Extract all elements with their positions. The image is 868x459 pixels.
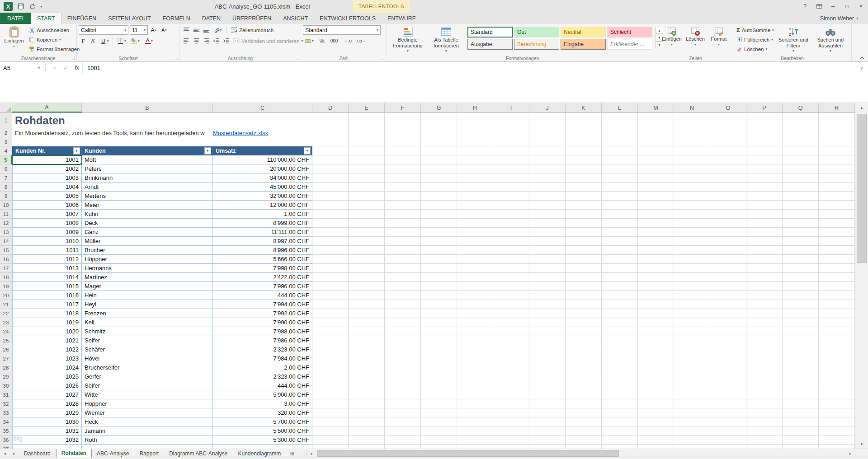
close-button[interactable]: × (854, 0, 868, 13)
copy-button[interactable]: Kopieren ▾ (28, 35, 81, 44)
align-top-button[interactable] (182, 25, 191, 35)
underline-button[interactable]: U▾ (99, 36, 110, 46)
cell-C22[interactable]: 7'992.00 CHF (213, 309, 312, 318)
merge-center-button[interactable]: Verbinden und zentrieren ▾ (231, 36, 304, 46)
cell-A21[interactable]: 1017 (12, 300, 82, 309)
cell-C33[interactable]: 320.00 CHF (213, 408, 312, 417)
filter-dropdown-icon[interactable]: ▾ (204, 147, 211, 154)
cell-B20[interactable]: Hein (82, 291, 213, 300)
column-header-D[interactable]: D (312, 103, 349, 112)
row-header-11[interactable]: 11 (0, 210, 12, 219)
cell-C29[interactable]: 2'323.00 CHF (213, 372, 312, 381)
empty-cells[interactable] (312, 173, 855, 183)
cell-B37[interactable] (82, 445, 213, 449)
column-header-L[interactable]: L (602, 103, 638, 112)
cell-B7[interactable]: Brinkmann (82, 173, 213, 183)
formula-bar-grip[interactable] (45, 64, 47, 71)
column-header-I[interactable]: I (493, 103, 529, 112)
row-header-2[interactable]: 2 (0, 128, 12, 137)
column-header-E[interactable]: E (349, 103, 385, 112)
row-header-14[interactable]: 14 (0, 237, 12, 246)
cell-A30[interactable]: 1026 (12, 381, 82, 390)
cell-A25[interactable]: 1021 (12, 336, 82, 345)
cell-C25[interactable]: 7'986.00 CHF (213, 336, 312, 345)
column-header-J[interactable]: J (529, 103, 566, 112)
cell-B28[interactable]: Brucherseifer (82, 363, 213, 372)
cell-C27[interactable]: 7'984.00 CHF (213, 354, 312, 363)
formula-input[interactable]: 1001 (83, 62, 855, 74)
cell-C18[interactable]: 2'422.00 CHF (213, 273, 312, 282)
cell-C26[interactable]: 2'323.00 CHF (213, 345, 312, 354)
cell-A6[interactable]: 1002 (12, 164, 82, 173)
cell-B29[interactable]: Gerfer (82, 372, 213, 381)
row-header-26[interactable]: 26 (0, 345, 12, 354)
cell-B22[interactable]: Frenzen (82, 309, 213, 318)
italic-button[interactable]: K (89, 36, 98, 46)
row-header-1[interactable]: 1 (0, 113, 12, 128)
align-right-button[interactable] (202, 36, 211, 46)
empty-cells[interactable] (312, 381, 855, 390)
cell-C15[interactable]: 8'996.00 CHF (213, 246, 312, 255)
cell-A24[interactable]: 1020 (12, 327, 82, 336)
autosum-button[interactable]: Σ AutoSumme ▾ (735, 25, 775, 35)
remove-decimal-button[interactable]: .00→ (355, 36, 367, 46)
cell-style-neutral[interactable]: Neutral (561, 27, 606, 37)
empty-cells[interactable] (312, 219, 855, 228)
row-header-29[interactable]: 29 (0, 372, 12, 381)
empty-cells[interactable] (312, 345, 855, 354)
ribbon-tab-formeln[interactable]: FORMELN (157, 13, 196, 24)
empty-cells[interactable] (312, 417, 855, 426)
row-header-31[interactable]: 31 (0, 390, 12, 399)
cell-A23[interactable]: 1019 (12, 318, 82, 327)
cell-A5[interactable]: 1001 (12, 155, 82, 164)
row-header-3[interactable]: 3 (0, 137, 12, 146)
increase-indent-button[interactable] (222, 36, 231, 46)
cell-A32[interactable]: 1028 (12, 399, 82, 408)
cell-B13[interactable]: Ganz (82, 228, 213, 237)
table-header-C4[interactable]: Umsatz▾ (213, 146, 312, 155)
cell-B34[interactable]: Heck (82, 417, 213, 426)
excel-icon[interactable]: X (4, 2, 13, 11)
row-header-10[interactable]: 10 (0, 201, 12, 210)
ribbon-display-options-icon[interactable] (812, 0, 826, 13)
column-header-K[interactable]: K (566, 103, 602, 112)
ribbon-tab-ansicht[interactable]: ANSICHT (277, 13, 314, 24)
empty-cells[interactable] (312, 137, 855, 146)
sheet-nav-right-icon[interactable]: ▸ (9, 449, 19, 458)
align-center-button[interactable] (192, 36, 201, 46)
cell-style-schlecht[interactable]: Schlecht (607, 27, 652, 37)
cell-B12[interactable]: Deck (82, 219, 213, 228)
cell-A16[interactable]: 1012 (12, 255, 82, 264)
ribbon-tab-start[interactable]: START (31, 13, 61, 24)
delete-cells-button[interactable]: Löschen ▾ (684, 25, 707, 48)
cell-style-standard[interactable]: Standard (467, 27, 513, 37)
sheet-tab-rohdaten[interactable]: Rohdaten (56, 449, 92, 458)
cell-C21[interactable]: 7'994.00 CHF (213, 300, 312, 309)
cell-A27[interactable]: 1023 (12, 354, 82, 363)
row-header-24[interactable]: 24 (0, 327, 12, 336)
dialog-launcher-icon[interactable] (382, 56, 385, 60)
cell-A26[interactable]: 1022 (12, 345, 82, 354)
cell-B11[interactable]: Kuhn (82, 210, 213, 219)
cell-A35[interactable]: 1031 (12, 426, 82, 436)
dialog-launcher-icon[interactable] (296, 56, 299, 60)
cell-C30[interactable]: 444.00 CHF (213, 381, 312, 390)
cell-B9[interactable]: Mertens (82, 192, 213, 201)
cell-A18[interactable]: 1014 (12, 273, 82, 282)
maximize-button[interactable]: □ (840, 0, 854, 13)
cell-B14[interactable]: Müller (82, 237, 213, 246)
cell-C10[interactable]: 12'000.00 CHF (213, 201, 312, 210)
align-left-button[interactable] (182, 36, 191, 46)
cell-B17[interactable]: Hermanns (82, 264, 213, 273)
empty-cells[interactable] (312, 128, 855, 137)
row-header-4[interactable]: 4 (0, 146, 12, 155)
font-color-button[interactable]: A ▾ (142, 36, 155, 46)
thousands-format-button[interactable]: 000 (328, 36, 340, 46)
cell-B36[interactable]: Roth (82, 436, 213, 445)
clear-button[interactable]: Löschen ▾ (735, 44, 775, 54)
empty-cells[interactable] (312, 436, 855, 445)
table-header-B4[interactable]: Kunden▾ (82, 146, 213, 155)
cancel-entry-button[interactable]: × (49, 62, 60, 74)
sheet-tab-dashboard[interactable]: Dashboard (19, 449, 56, 458)
row-header-30[interactable]: 30 (0, 381, 12, 390)
